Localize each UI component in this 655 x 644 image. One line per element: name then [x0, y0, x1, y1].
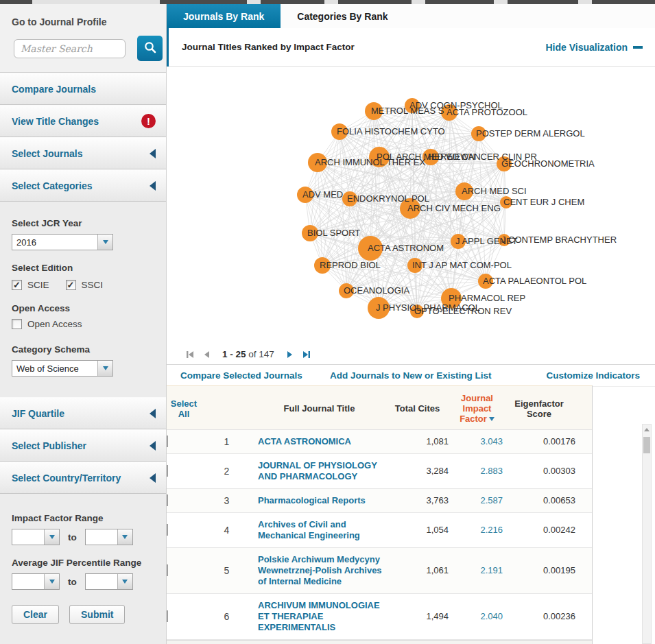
- first-page-button[interactable]: [185, 350, 195, 359]
- network-node-label: GEOCHRONOMETRIA: [501, 158, 595, 169]
- tab-categories-by-rank[interactable]: Categories By Rank: [281, 4, 404, 28]
- avg-jif-max-select[interactable]: [85, 573, 133, 590]
- row-checkbox[interactable]: [167, 494, 168, 506]
- network-node-label: ARCH MED SCI: [462, 186, 527, 196]
- network-node-label: ACTA PROTOZOOL: [446, 107, 527, 117]
- table-row: 4Archives of Civil and Mechanical Engine…: [167, 513, 592, 548]
- sidebar-item-label: JIF Quartile: [12, 408, 64, 419]
- edition-checkbox-ssci[interactable]: ✓: [66, 280, 76, 290]
- triangle-up-icon: [644, 428, 650, 431]
- edition-checkbox-scie[interactable]: ✓: [12, 280, 22, 290]
- chevron-down-icon: [117, 574, 132, 589]
- network-node-label: ACTA PALAEONTOL POL: [483, 276, 586, 286]
- select-all-header[interactable]: Select All: [167, 398, 201, 419]
- next-page-button[interactable]: [286, 350, 294, 359]
- row-checkbox[interactable]: [167, 436, 168, 447]
- hide-visualization-link[interactable]: Hide Visualization: [545, 42, 643, 53]
- network-node-label: FOLIA HISTOCHEM CYTO: [337, 126, 445, 136]
- sidebar-filters: Select JCR Year 2016 Select Edition ✓SCI…: [0, 202, 166, 397]
- sidebar-item-select-categories[interactable]: Select Categories: [0, 169, 166, 202]
- category-schema-value: Web of Science: [12, 363, 79, 374]
- chevron-down-icon: [44, 529, 59, 545]
- row-rank: 1: [201, 436, 252, 447]
- avg-jif-min-select[interactable]: [12, 573, 60, 590]
- triangle-left-icon: [150, 409, 156, 418]
- scrollbar-thumb[interactable]: [643, 437, 650, 453]
- impact-factor-value[interactable]: 2.883: [451, 466, 503, 477]
- clear-button[interactable]: Clear: [12, 605, 59, 624]
- sidebar-item-compare-journals[interactable]: Compare Journals: [0, 73, 166, 105]
- network-node-label: BIOL SPORT: [307, 228, 360, 238]
- impact-factor-max-select[interactable]: [85, 529, 133, 545]
- chevron-down-icon: [117, 529, 132, 545]
- impact-factor-value[interactable]: 2.587: [451, 495, 503, 506]
- sidebar-item-view-title-changes[interactable]: View Title Changes!: [0, 105, 166, 137]
- journal-title-link[interactable]: Archives of Civil and Mechanical Enginee…: [252, 519, 386, 541]
- pagination: 1 - 25 of 147: [167, 344, 655, 365]
- table-row: 2JOURNAL OF PHYSIOLOGY AND PHARMACOLOGY3…: [167, 454, 592, 489]
- row-checkbox[interactable]: [167, 564, 168, 576]
- row-rank: 2: [201, 466, 252, 477]
- sidebar-item-select-publisher[interactable]: Select Publisher: [0, 429, 166, 462]
- table-row: 6ARCHIVUM IMMUNOLOGIAE ET THERAPIAE EXPE…: [167, 594, 592, 640]
- journal-title-link[interactable]: JOURNAL OF PHYSIOLOGY AND PHARMACOLOGY: [252, 460, 386, 482]
- table-scrollbar[interactable]: [642, 424, 652, 644]
- master-search-input[interactable]: [14, 39, 126, 58]
- submit-button[interactable]: Submit: [69, 605, 125, 624]
- table-header-row: Select All Full Journal Title Total Cite…: [167, 385, 592, 430]
- eigenfactor-value: 0.00303: [503, 466, 580, 477]
- total-cites-value: 3,763: [386, 495, 451, 506]
- jcr-year-label: Select JCR Year: [12, 218, 166, 228]
- chevron-down-icon: [97, 235, 112, 250]
- tab-journals-by-rank[interactable]: Journals By Rank: [167, 4, 281, 28]
- last-page-button[interactable]: [302, 350, 311, 359]
- edition-checkbox-label: SCIE: [27, 280, 49, 290]
- sidebar-item-select-country-territory[interactable]: Select Country/Territory: [0, 462, 166, 494]
- journal-profile-section: Go to Journal Profile: [0, 4, 166, 73]
- compare-selected-journals-link[interactable]: Compare Selected Journals: [180, 370, 302, 381]
- journal-table: Select All Full Journal Title Total Cite…: [167, 385, 593, 644]
- table-actions: Compare Selected Journals Add Journals t…: [167, 365, 655, 387]
- network-node-label: PHARMACOL REP: [449, 293, 525, 303]
- row-checkbox[interactable]: [167, 524, 168, 536]
- sidebar-item-label: Compare Journals: [12, 84, 96, 95]
- category-schema-select[interactable]: Web of Science: [12, 360, 113, 377]
- scroll-up-button[interactable]: [643, 425, 651, 434]
- partial-next-row: [167, 640, 592, 644]
- eigenfactor-score-header[interactable]: Eigenfactor Score: [503, 398, 580, 419]
- journal-title-link[interactable]: Pharmacological Reports: [252, 495, 386, 506]
- jcr-year-select[interactable]: 2016: [12, 234, 113, 250]
- jcr-year-value: 2016: [12, 237, 36, 248]
- open-access-checkbox[interactable]: [12, 319, 22, 329]
- network-node-label: POSTEP DERM ALERGOL: [476, 128, 585, 139]
- impact-factor-value[interactable]: 2.040: [451, 611, 503, 622]
- customize-indicators-link[interactable]: Customize Indicators: [546, 370, 640, 381]
- previous-page-button[interactable]: [202, 350, 211, 359]
- row-checkbox[interactable]: [167, 610, 168, 622]
- impact-factor-value[interactable]: 2.191: [451, 565, 503, 576]
- impact-factor-value[interactable]: 2.216: [451, 525, 503, 536]
- impact-factor-value[interactable]: 3.043: [451, 436, 503, 447]
- triangle-left-icon: [150, 181, 156, 191]
- add-journals-to-list-link[interactable]: Add Journals to New or Existing List: [330, 370, 492, 381]
- sidebar: Go to Journal Profile Compare JournalsVi…: [0, 4, 167, 644]
- search-button[interactable]: [137, 36, 163, 61]
- eigenfactor-value: 0.00242: [503, 525, 580, 536]
- journal-title-link[interactable]: ACTA ASTRONOMICA: [252, 436, 386, 447]
- journal-impact-factor-header[interactable]: Journal Impact Factor: [451, 393, 503, 424]
- journal-title-link[interactable]: Polskie Archiwum Medycyny Wewnetrznej-Po…: [252, 554, 386, 587]
- total-cites-header[interactable]: Total Cites: [386, 403, 451, 414]
- network-node-label: ENDOKRYNOL POL: [347, 193, 429, 204]
- range-to-label: to: [68, 532, 77, 542]
- network-node-label: ACTA ASTRONOM: [368, 243, 444, 253]
- sidebar-nav-top: Compare JournalsView Title Changes!Selec…: [0, 73, 166, 202]
- sidebar-item-select-journals[interactable]: Select Journals: [0, 137, 166, 169]
- network-node-label: J CONTEMP BRACHYTHER: [501, 235, 617, 245]
- journal-title-link[interactable]: ARCHIVUM IMMUNOLOGIAE ET THERAPIAE EXPER…: [252, 600, 386, 633]
- impact-factor-min-select[interactable]: [12, 529, 60, 545]
- sidebar-item-jif-quartile[interactable]: JIF Quartile: [0, 397, 166, 429]
- total-cites-value: 1,494: [386, 611, 451, 622]
- total-cites-value: 1,061: [386, 565, 451, 576]
- row-checkbox[interactable]: [167, 465, 168, 477]
- row-rank: 6: [201, 611, 252, 622]
